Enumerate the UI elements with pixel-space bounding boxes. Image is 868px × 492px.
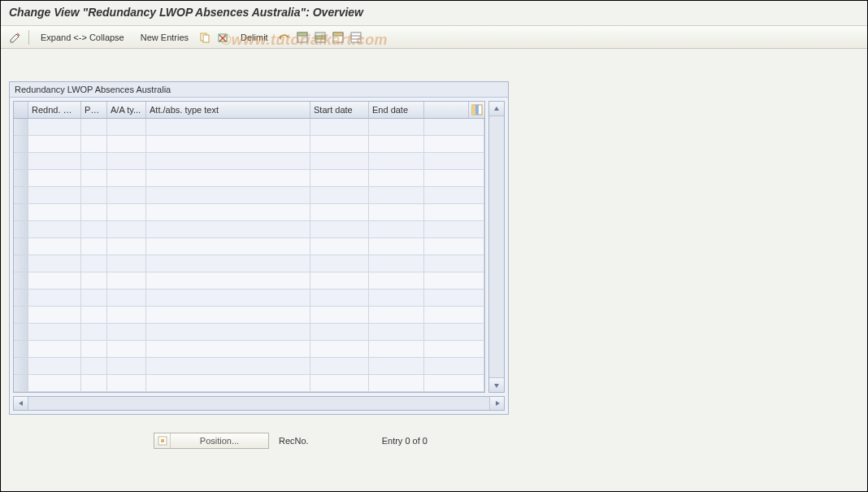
cell[interactable] <box>107 187 146 203</box>
row-selector[interactable] <box>14 119 28 135</box>
cell[interactable] <box>107 324 146 340</box>
row-selector[interactable] <box>14 153 28 169</box>
cell[interactable] <box>107 136 146 152</box>
row-selector[interactable] <box>14 238 28 255</box>
scroll-up-icon[interactable] <box>489 102 504 116</box>
cell[interactable] <box>81 290 107 306</box>
cell[interactable] <box>107 170 146 186</box>
horizontal-scrollbar[interactable] <box>13 396 505 411</box>
select-block-icon[interactable] <box>312 29 328 46</box>
cell[interactable] <box>369 153 424 169</box>
cell[interactable] <box>146 307 310 323</box>
row-selector[interactable] <box>14 136 28 152</box>
scroll-right-icon[interactable] <box>489 397 504 410</box>
table-row[interactable] <box>14 375 484 392</box>
table-row[interactable] <box>14 290 484 307</box>
cell[interactable] <box>107 307 146 323</box>
cell[interactable] <box>146 341 310 357</box>
table-row[interactable] <box>14 204 484 221</box>
cell[interactable] <box>28 136 81 152</box>
cell[interactable] <box>81 358 107 374</box>
cell[interactable] <box>107 255 146 272</box>
cell[interactable] <box>146 187 310 203</box>
cell[interactable] <box>369 341 424 357</box>
col-header-end[interactable]: End date <box>369 102 424 118</box>
col-header-rednd[interactable]: Rednd. M... <box>28 102 81 118</box>
undo-icon[interactable] <box>276 29 293 46</box>
cell[interactable] <box>146 358 310 374</box>
row-selector[interactable] <box>14 187 28 203</box>
cell[interactable] <box>107 290 146 306</box>
cell[interactable] <box>28 290 81 306</box>
row-selector-header[interactable] <box>14 102 28 118</box>
row-selector[interactable] <box>14 204 28 220</box>
table-row[interactable] <box>14 136 484 153</box>
scroll-left-icon[interactable] <box>14 397 28 410</box>
cell[interactable] <box>369 187 424 203</box>
cell[interactable] <box>81 136 107 152</box>
cell[interactable] <box>310 170 369 186</box>
row-selector[interactable] <box>14 170 28 186</box>
expand-collapse-button[interactable]: Expand <-> Collapse <box>34 31 131 44</box>
cell[interactable] <box>28 358 81 374</box>
cell[interactable] <box>107 358 146 374</box>
cell[interactable] <box>146 238 310 255</box>
cell[interactable] <box>81 375 107 391</box>
cell[interactable] <box>107 119 146 135</box>
table-row[interactable] <box>14 119 484 136</box>
delete-icon[interactable] <box>215 29 231 46</box>
cell[interactable] <box>146 136 310 152</box>
cell[interactable] <box>28 324 81 340</box>
cell[interactable] <box>107 375 146 391</box>
table-row[interactable] <box>14 341 484 358</box>
cell[interactable] <box>81 272 107 289</box>
cell[interactable] <box>369 324 424 340</box>
deselect-icon[interactable] <box>330 29 346 46</box>
row-selector[interactable] <box>14 221 28 237</box>
cell[interactable] <box>146 324 310 340</box>
cell[interactable] <box>369 238 424 255</box>
cell[interactable] <box>310 238 369 255</box>
cell[interactable] <box>310 204 369 220</box>
cell[interactable] <box>81 221 107 237</box>
cell[interactable] <box>310 307 369 323</box>
table-row[interactable] <box>14 255 484 272</box>
cell[interactable] <box>146 255 310 272</box>
position-button[interactable]: Position... <box>154 433 269 449</box>
table-row[interactable] <box>14 187 484 204</box>
cell[interactable] <box>28 153 81 169</box>
cell[interactable] <box>28 255 81 272</box>
cell[interactable] <box>310 221 369 237</box>
cell[interactable] <box>81 187 107 203</box>
row-selector[interactable] <box>14 272 28 289</box>
copy-icon[interactable] <box>197 29 213 46</box>
cell[interactable] <box>369 375 424 391</box>
cell[interactable] <box>369 119 424 135</box>
cell[interactable] <box>369 358 424 374</box>
cell[interactable] <box>28 170 81 186</box>
cell[interactable] <box>310 375 369 391</box>
cell[interactable] <box>81 324 107 340</box>
cell[interactable] <box>369 136 424 152</box>
data-grid[interactable]: Rednd. M... PSG A/A ty... Att./abs. type… <box>13 101 485 393</box>
cell[interactable] <box>81 341 107 357</box>
col-header-text[interactable]: Att./abs. type text <box>146 102 310 118</box>
table-row[interactable] <box>14 272 484 290</box>
scroll-down-icon[interactable] <box>489 377 504 392</box>
cell[interactable] <box>369 204 424 220</box>
cell[interactable] <box>369 170 424 186</box>
cell[interactable] <box>310 324 369 340</box>
table-settings-icon[interactable] <box>468 102 484 118</box>
row-selector[interactable] <box>14 341 28 357</box>
cell[interactable] <box>28 187 81 203</box>
row-selector[interactable] <box>14 290 28 306</box>
cell[interactable] <box>107 238 146 255</box>
cell[interactable] <box>28 272 81 289</box>
col-header-psg[interactable]: PSG <box>81 102 107 118</box>
cell[interactable] <box>369 221 424 237</box>
cell[interactable] <box>28 204 81 220</box>
cell[interactable] <box>369 255 424 272</box>
cell[interactable] <box>369 272 424 289</box>
cell[interactable] <box>146 290 310 306</box>
row-selector[interactable] <box>14 255 28 272</box>
